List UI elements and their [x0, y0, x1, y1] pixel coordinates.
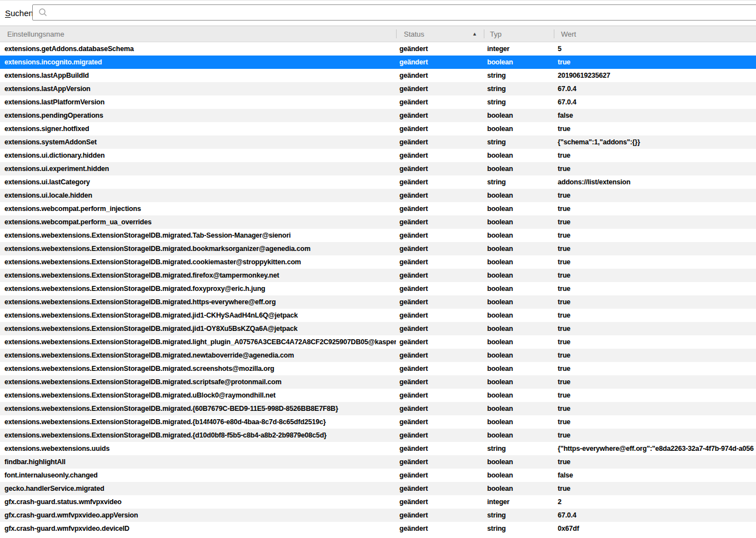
table-row[interactable]: extensions.webextensions.ExtensionStorag…: [0, 282, 756, 295]
table-row[interactable]: extensions.webcompat.perform_ua_override…: [0, 215, 756, 229]
column-header-value[interactable]: Wert: [554, 26, 756, 42]
sort-ascending-icon: ▲: [472, 32, 477, 37]
pref-status: geändert: [396, 322, 484, 335]
pref-name: extensions.lastAppBuildId: [0, 69, 396, 82]
pref-name: extensions.webextensions.ExtensionStorag…: [0, 362, 396, 375]
pref-name: extensions.ui.experiment.hidden: [0, 162, 396, 175]
pref-name: extensions.webextensions.ExtensionStorag…: [0, 242, 396, 255]
pref-status: geändert: [396, 295, 484, 309]
table-row[interactable]: extensions.webextensions.ExtensionStorag…: [0, 269, 756, 282]
pref-name: font.internaluseonly.changed: [0, 469, 396, 482]
pref-name: extensions.webextensions.ExtensionStorag…: [0, 229, 396, 242]
table-row[interactable]: extensions.webextensions.ExtensionStorag…: [0, 255, 756, 269]
table-row[interactable]: extensions.webextensions.ExtensionStorag…: [0, 429, 756, 442]
table-row[interactable]: extensions.lastAppVersion geändert strin…: [0, 82, 756, 95]
pref-type: boolean: [484, 322, 554, 335]
pref-value: true: [554, 189, 756, 202]
table-row[interactable]: extensions.webextensions.ExtensionStorag…: [0, 335, 756, 349]
pref-value: true: [554, 362, 756, 375]
table-row[interactable]: extensions.pendingOperations geändert bo…: [0, 109, 756, 122]
pref-type: boolean: [484, 415, 554, 429]
pref-value: addons://list/extension: [554, 175, 756, 189]
pref-type: string: [484, 175, 554, 189]
pref-status: geändert: [396, 149, 484, 162]
table-row[interactable]: gfx.crash-guard.wmfvpxvideo.appVersion g…: [0, 509, 756, 522]
pref-status: geändert: [396, 509, 484, 522]
pref-value: true: [554, 482, 756, 495]
pref-status: geändert: [396, 495, 484, 509]
table-row[interactable]: gecko.handlerService.migrated geändert b…: [0, 482, 756, 495]
column-header-status-label: Status: [404, 30, 424, 38]
table-row[interactable]: extensions.webextensions.ExtensionStorag…: [0, 349, 756, 362]
pref-value: true: [554, 162, 756, 175]
table-row[interactable]: extensions.webextensions.ExtensionStorag…: [0, 242, 756, 255]
search-input[interactable]: [48, 5, 756, 20]
table-row[interactable]: extensions.signer.hotfixed geändert bool…: [0, 122, 756, 135]
pref-type: boolean: [484, 109, 554, 122]
table-row[interactable]: extensions.webextensions.ExtensionStorag…: [0, 402, 756, 415]
pref-value: true: [554, 322, 756, 335]
table-row[interactable]: findbar.highlightAll geändert boolean tr…: [0, 455, 756, 469]
pref-name: extensions.webextensions.ExtensionStorag…: [0, 269, 396, 282]
table-row[interactable]: extensions.webextensions.uuids geändert …: [0, 442, 756, 455]
pref-status: geändert: [396, 135, 484, 149]
pref-value: false: [554, 469, 756, 482]
table-row[interactable]: font.internaluseonly.changed geändert bo…: [0, 469, 756, 482]
table-row[interactable]: extensions.getAddons.databaseSchema geän…: [0, 42, 756, 56]
table-row[interactable]: extensions.lastAppBuildId geändert strin…: [0, 69, 756, 82]
pref-status: geändert: [396, 482, 484, 495]
pref-value: true: [554, 375, 756, 389]
pref-type: boolean: [484, 229, 554, 242]
table-header-row: Einstellungsname Status ▲ Typ Wert: [0, 26, 756, 42]
pref-name: extensions.webextensions.ExtensionStorag…: [0, 349, 396, 362]
pref-status: geändert: [396, 122, 484, 135]
pref-value: true: [554, 229, 756, 242]
pref-value: true: [554, 402, 756, 415]
pref-name: gecko.handlerService.migrated: [0, 482, 396, 495]
pref-value: true: [554, 295, 756, 309]
table-row[interactable]: extensions.webextensions.ExtensionStorag…: [0, 362, 756, 375]
pref-type: boolean: [484, 455, 554, 469]
table-row[interactable]: extensions.ui.dictionary.hidden geändert…: [0, 149, 756, 162]
table-row[interactable]: extensions.webextensions.ExtensionStorag…: [0, 389, 756, 402]
table-row[interactable]: gfx.crash-guard.wmfvpxvideo.deviceID geä…: [0, 522, 756, 535]
table-row[interactable]: extensions.webextensions.ExtensionStorag…: [0, 295, 756, 309]
column-header-type[interactable]: Typ: [484, 26, 554, 42]
pref-status: geändert: [396, 455, 484, 469]
table-row[interactable]: extensions.incognito.migrated geändert b…: [0, 56, 756, 69]
pref-value: true: [554, 122, 756, 135]
pref-name: extensions.signer.hotfixed: [0, 122, 396, 135]
table-row[interactable]: extensions.webextensions.ExtensionStorag…: [0, 309, 756, 322]
table-row[interactable]: extensions.lastPlatformVersion geändert …: [0, 95, 756, 109]
pref-value: 5: [554, 42, 756, 56]
pref-type: boolean: [484, 389, 554, 402]
column-header-status[interactable]: Status ▲: [396, 26, 484, 42]
table-row[interactable]: extensions.ui.locale.hidden geändert boo…: [0, 189, 756, 202]
pref-value: true: [554, 455, 756, 469]
table-row[interactable]: extensions.ui.lastCategory geändert stri…: [0, 175, 756, 189]
pref-value: {"https-everywhere@eff.org":"e8da2263-32…: [554, 442, 756, 455]
table-row[interactable]: extensions.webextensions.ExtensionStorag…: [0, 415, 756, 429]
pref-value: true: [554, 255, 756, 269]
pref-status: geändert: [396, 522, 484, 535]
pref-value: true: [554, 215, 756, 229]
pref-value: true: [554, 309, 756, 322]
pref-status: geändert: [396, 109, 484, 122]
table-row[interactable]: extensions.webextensions.ExtensionStorag…: [0, 322, 756, 335]
pref-status: geändert: [396, 202, 484, 215]
pref-value: true: [554, 335, 756, 349]
table-row[interactable]: extensions.systemAddonSet geändert strin…: [0, 135, 756, 149]
pref-type: boolean: [484, 149, 554, 162]
table-row[interactable]: extensions.webextensions.ExtensionStorag…: [0, 229, 756, 242]
pref-type: boolean: [484, 269, 554, 282]
pref-status: geändert: [396, 56, 484, 69]
pref-name: extensions.lastAppVersion: [0, 82, 396, 95]
table-row[interactable]: extensions.webcompat.perform_injections …: [0, 202, 756, 215]
table-row[interactable]: gfx.crash-guard.status.wmfvpxvideo geänd…: [0, 495, 756, 509]
table-row[interactable]: extensions.webextensions.ExtensionStorag…: [0, 375, 756, 389]
pref-type: string: [484, 82, 554, 95]
pref-name: extensions.webextensions.ExtensionStorag…: [0, 295, 396, 309]
column-header-name[interactable]: Einstellungsname: [0, 26, 396, 42]
table-row[interactable]: extensions.ui.experiment.hidden geändert…: [0, 162, 756, 175]
search-input-box: [32, 4, 756, 21]
